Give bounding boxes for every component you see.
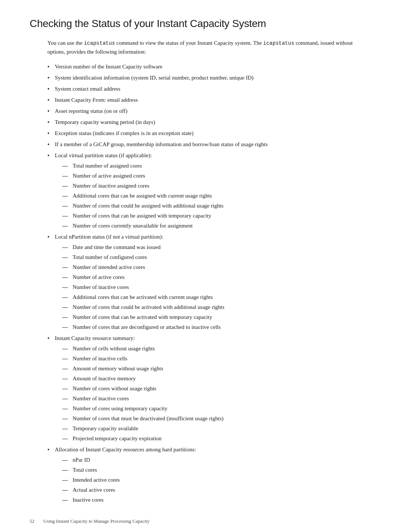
list-item: Instant Capacity resource summary: Numbe… xyxy=(47,334,370,443)
page-title: Checking the Status of your Instant Capa… xyxy=(30,18,370,30)
list-item: Asset reporting status (on or off) xyxy=(47,107,370,115)
sub-list-item: Amount of inactive memory xyxy=(62,374,370,383)
sub-list-item: Number of cores currently unavailable fo… xyxy=(62,221,370,230)
sub-list: nPar ID Total cores Intended active core… xyxy=(62,455,370,504)
sub-list-item: Number of cores that can be assigned wit… xyxy=(62,211,370,220)
sub-list-item: Additional cores that can be assigned wi… xyxy=(62,191,370,200)
icapstatus-code-1: icapstatus xyxy=(84,40,115,46)
sub-list-item: Number of inactive assigned cores xyxy=(62,181,370,190)
list-item: Version number of the Instant Capacity s… xyxy=(47,62,370,71)
list-item: Allocation of Instant Capacity resources… xyxy=(47,445,370,504)
sub-list-item: Total number of configured cores xyxy=(62,253,370,262)
sub-list-item: Number of intended active cores xyxy=(62,263,370,272)
sub-list-item: Amount of memory without usage rights xyxy=(62,364,370,373)
page-number: 52 xyxy=(30,518,34,524)
list-item: Exception status (indicates if complex i… xyxy=(47,129,370,138)
sub-list-item: Inactive cores xyxy=(62,495,370,504)
sub-list-item: Number of cores that could be activated … xyxy=(62,303,370,312)
sub-list-item: Projected temporary capacity expiration xyxy=(62,434,370,443)
sub-list-item: Number of cores using temporary capacity xyxy=(62,404,370,413)
sub-list-item: Number of inactive cores xyxy=(62,283,370,292)
sub-list-item: Number of cores that must be deactivated… xyxy=(62,414,370,423)
list-item: Temporary capacity warning period (in da… xyxy=(47,118,370,127)
list-item: Instant Capacity From: email address xyxy=(47,95,370,104)
intro-text-2: command to view the status of your Insta… xyxy=(115,40,263,46)
sub-list-item: Number of cores without usage rights xyxy=(62,384,370,393)
list-item: Local virtual partition status (if appli… xyxy=(47,151,370,230)
page-container: Checking the Status of your Instant Capa… xyxy=(0,0,400,532)
sub-list-item: Number of inactive cells xyxy=(62,354,370,363)
sub-list-item: nPar ID xyxy=(62,455,370,464)
intro-paragraph: You can use the icapstatus command to vi… xyxy=(47,38,370,56)
list-item: System identification information (syste… xyxy=(47,73,370,82)
sub-list: Number of cells without usage rights Num… xyxy=(62,344,370,443)
sub-list-item: Actual active cores xyxy=(62,485,370,494)
page-footer: 52 Using Instant Capacity to Manage Proc… xyxy=(30,518,150,524)
main-list: Version number of the Instant Capacity s… xyxy=(47,62,370,504)
sub-list-item: Total cores xyxy=(62,465,370,474)
sub-list-item: Number of inactive cores xyxy=(62,394,370,403)
sub-list-item: Additional cores that can be activated w… xyxy=(62,293,370,302)
sub-list-item: Number of cells without usage rights xyxy=(62,344,370,353)
sub-list-item: Number of active cores xyxy=(62,273,370,282)
sub-list-item: Number of cores that are deconfigured or… xyxy=(62,323,370,331)
sub-list-item: Number of active assigned cores xyxy=(62,171,370,180)
sub-list-item: Number of cores that can be activated wi… xyxy=(62,313,370,321)
list-item: Local nPartition status (if not a virtua… xyxy=(47,232,370,331)
sub-list: Date and time the command was issued Tot… xyxy=(62,243,370,331)
footer-label: Using Instant Capacity to Manage Process… xyxy=(43,518,150,524)
sub-list-item: Total number of assigned cores xyxy=(62,161,370,170)
sub-list-item: Intended active cores xyxy=(62,475,370,484)
icapstatus-code-2: icapstatus xyxy=(263,40,294,46)
sub-list: Total number of assigned cores Number of… xyxy=(62,161,370,230)
list-item: System contact email address xyxy=(47,84,370,93)
sub-list-item: Number of cores that could be assigned w… xyxy=(62,201,370,210)
list-item: If a member of a GiCAP group, membership… xyxy=(47,140,370,149)
sub-list-item: Temporary capacity available xyxy=(62,424,370,433)
sub-list-item: Date and time the command was issued xyxy=(62,243,370,252)
intro-text-1: You can use the xyxy=(47,40,84,46)
